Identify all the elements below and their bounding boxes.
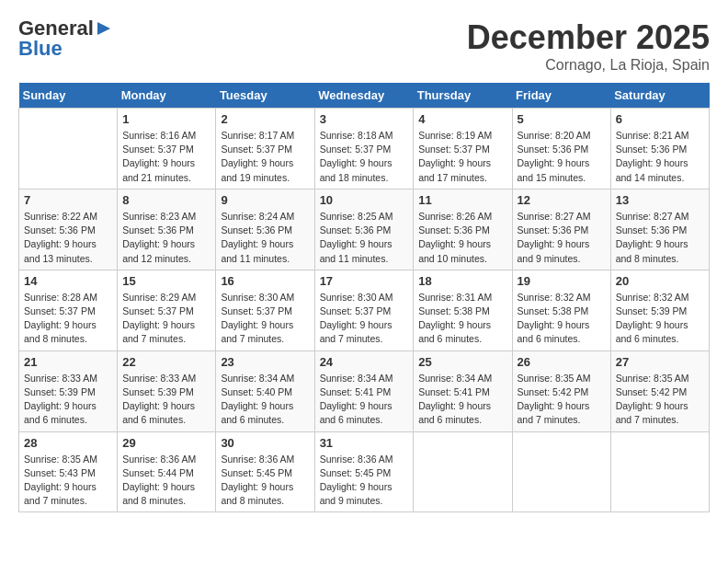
calendar-cell: 23Sunrise: 8:34 AMSunset: 5:40 PMDayligh… <box>216 350 314 431</box>
day-info: Sunrise: 8:26 AMSunset: 5:36 PMDaylight:… <box>418 210 506 266</box>
day-number: 1 <box>122 112 210 126</box>
day-number: 5 <box>518 112 606 126</box>
day-info: Sunrise: 8:27 AMSunset: 5:36 PMDaylight:… <box>616 210 704 266</box>
weekday-tuesday: Tuesday <box>216 83 314 109</box>
day-info: Sunrise: 8:32 AMSunset: 5:38 PMDaylight:… <box>518 291 606 347</box>
logo: General Blue <box>18 18 112 59</box>
day-info: Sunrise: 8:35 AMSunset: 5:43 PMDaylight:… <box>24 453 112 509</box>
month-title: December 2025 <box>467 18 710 57</box>
weekday-sunday: Sunday <box>19 83 118 109</box>
title-block: December 2025 Cornago, La Rioja, Spain <box>467 18 710 74</box>
day-info: Sunrise: 8:19 AMSunset: 5:37 PMDaylight:… <box>418 129 506 185</box>
svg-marker-0 <box>97 22 110 35</box>
weekday-thursday: Thursday <box>414 83 512 109</box>
day-number: 14 <box>24 274 112 288</box>
day-number: 17 <box>320 274 409 288</box>
day-number: 4 <box>418 112 506 126</box>
page-header: General Blue December 2025 Cornago, La R… <box>18 18 710 74</box>
calendar-cell: 27Sunrise: 8:35 AMSunset: 5:42 PMDayligh… <box>610 350 709 431</box>
calendar-body: 1Sunrise: 8:16 AMSunset: 5:37 PMDaylight… <box>19 109 710 512</box>
location-title: Cornago, La Rioja, Spain <box>467 57 710 74</box>
weekday-saturday: Saturday <box>610 83 709 109</box>
day-number: 8 <box>122 193 210 207</box>
calendar-cell: 10Sunrise: 8:25 AMSunset: 5:36 PMDayligh… <box>314 189 414 270</box>
calendar-table: SundayMondayTuesdayWednesdayThursdayFrid… <box>18 83 710 512</box>
calendar-week-3: 14Sunrise: 8:28 AMSunset: 5:37 PMDayligh… <box>19 270 710 350</box>
day-number: 18 <box>418 274 506 288</box>
day-number: 16 <box>221 274 309 288</box>
calendar-week-1: 1Sunrise: 8:16 AMSunset: 5:37 PMDaylight… <box>19 109 710 190</box>
day-info: Sunrise: 8:36 AMSunset: 5:45 PMDaylight:… <box>320 453 409 509</box>
day-number: 24 <box>320 355 409 369</box>
day-number: 11 <box>418 193 506 207</box>
day-info: Sunrise: 8:35 AMSunset: 5:42 PMDaylight:… <box>616 372 704 428</box>
day-number: 19 <box>518 274 606 288</box>
calendar-cell: 19Sunrise: 8:32 AMSunset: 5:38 PMDayligh… <box>512 270 610 350</box>
logo-flag-icon <box>96 20 112 37</box>
day-number: 26 <box>518 355 606 369</box>
calendar-cell: 26Sunrise: 8:35 AMSunset: 5:42 PMDayligh… <box>512 350 610 431</box>
calendar-cell: 18Sunrise: 8:31 AMSunset: 5:38 PMDayligh… <box>414 270 512 350</box>
calendar-cell: 28Sunrise: 8:35 AMSunset: 5:43 PMDayligh… <box>19 431 118 512</box>
calendar-cell: 30Sunrise: 8:36 AMSunset: 5:45 PMDayligh… <box>216 431 314 512</box>
calendar-cell: 15Sunrise: 8:29 AMSunset: 5:37 PMDayligh… <box>118 270 216 350</box>
day-info: Sunrise: 8:33 AMSunset: 5:39 PMDaylight:… <box>122 372 210 428</box>
day-number: 3 <box>320 112 409 126</box>
day-info: Sunrise: 8:34 AMSunset: 5:40 PMDaylight:… <box>221 372 309 428</box>
calendar-week-4: 21Sunrise: 8:33 AMSunset: 5:39 PMDayligh… <box>19 350 710 431</box>
calendar-cell: 24Sunrise: 8:34 AMSunset: 5:41 PMDayligh… <box>314 350 414 431</box>
day-number: 27 <box>616 355 704 369</box>
calendar-week-2: 7Sunrise: 8:22 AMSunset: 5:36 PMDaylight… <box>19 189 710 270</box>
calendar-cell: 3Sunrise: 8:18 AMSunset: 5:37 PMDaylight… <box>314 109 414 190</box>
calendar-cell: 4Sunrise: 8:19 AMSunset: 5:37 PMDaylight… <box>414 109 512 190</box>
day-number: 15 <box>122 274 210 288</box>
day-number: 25 <box>418 355 506 369</box>
calendar-cell: 1Sunrise: 8:16 AMSunset: 5:37 PMDaylight… <box>118 109 216 190</box>
day-number: 13 <box>616 193 704 207</box>
calendar-cell: 11Sunrise: 8:26 AMSunset: 5:36 PMDayligh… <box>414 189 512 270</box>
day-info: Sunrise: 8:36 AMSunset: 5:44 PMDaylight:… <box>122 453 210 509</box>
day-number: 22 <box>122 355 210 369</box>
day-number: 23 <box>221 355 309 369</box>
calendar-cell: 21Sunrise: 8:33 AMSunset: 5:39 PMDayligh… <box>19 350 118 431</box>
calendar-cell: 22Sunrise: 8:33 AMSunset: 5:39 PMDayligh… <box>118 350 216 431</box>
day-number: 6 <box>616 112 704 126</box>
day-info: Sunrise: 8:33 AMSunset: 5:39 PMDaylight:… <box>24 372 112 428</box>
day-info: Sunrise: 8:25 AMSunset: 5:36 PMDaylight:… <box>320 210 409 266</box>
weekday-friday: Friday <box>512 83 610 109</box>
day-info: Sunrise: 8:31 AMSunset: 5:38 PMDaylight:… <box>418 291 506 347</box>
day-info: Sunrise: 8:21 AMSunset: 5:36 PMDaylight:… <box>616 129 704 185</box>
calendar-cell <box>512 431 610 512</box>
calendar-cell: 14Sunrise: 8:28 AMSunset: 5:37 PMDayligh… <box>19 270 118 350</box>
calendar-cell: 29Sunrise: 8:36 AMSunset: 5:44 PMDayligh… <box>118 431 216 512</box>
day-number: 9 <box>221 193 309 207</box>
day-number: 2 <box>221 112 309 126</box>
calendar-cell: 31Sunrise: 8:36 AMSunset: 5:45 PMDayligh… <box>314 431 414 512</box>
day-info: Sunrise: 8:35 AMSunset: 5:42 PMDaylight:… <box>518 372 606 428</box>
day-info: Sunrise: 8:27 AMSunset: 5:36 PMDaylight:… <box>518 210 606 266</box>
calendar-cell: 13Sunrise: 8:27 AMSunset: 5:36 PMDayligh… <box>610 189 709 270</box>
calendar-cell: 25Sunrise: 8:34 AMSunset: 5:41 PMDayligh… <box>414 350 512 431</box>
day-info: Sunrise: 8:16 AMSunset: 5:37 PMDaylight:… <box>122 129 210 185</box>
day-info: Sunrise: 8:36 AMSunset: 5:45 PMDaylight:… <box>221 453 309 509</box>
day-number: 20 <box>616 274 704 288</box>
day-info: Sunrise: 8:30 AMSunset: 5:37 PMDaylight:… <box>221 291 309 347</box>
weekday-monday: Monday <box>118 83 216 109</box>
weekday-wednesday: Wednesday <box>314 83 414 109</box>
calendar-cell: 2Sunrise: 8:17 AMSunset: 5:37 PMDaylight… <box>216 109 314 190</box>
day-number: 10 <box>320 193 409 207</box>
day-info: Sunrise: 8:23 AMSunset: 5:36 PMDaylight:… <box>122 210 210 266</box>
logo-blue: Blue <box>18 39 63 59</box>
calendar-cell <box>19 109 118 190</box>
day-number: 7 <box>24 193 112 207</box>
calendar-cell: 16Sunrise: 8:30 AMSunset: 5:37 PMDayligh… <box>216 270 314 350</box>
calendar-cell: 6Sunrise: 8:21 AMSunset: 5:36 PMDaylight… <box>610 109 709 190</box>
calendar-cell: 5Sunrise: 8:20 AMSunset: 5:36 PMDaylight… <box>512 109 610 190</box>
day-info: Sunrise: 8:34 AMSunset: 5:41 PMDaylight:… <box>418 372 506 428</box>
calendar-cell <box>610 431 709 512</box>
day-info: Sunrise: 8:18 AMSunset: 5:37 PMDaylight:… <box>320 129 409 185</box>
calendar-cell: 12Sunrise: 8:27 AMSunset: 5:36 PMDayligh… <box>512 189 610 270</box>
day-info: Sunrise: 8:17 AMSunset: 5:37 PMDaylight:… <box>221 129 309 185</box>
day-info: Sunrise: 8:32 AMSunset: 5:39 PMDaylight:… <box>616 291 704 347</box>
day-info: Sunrise: 8:24 AMSunset: 5:36 PMDaylight:… <box>221 210 309 266</box>
